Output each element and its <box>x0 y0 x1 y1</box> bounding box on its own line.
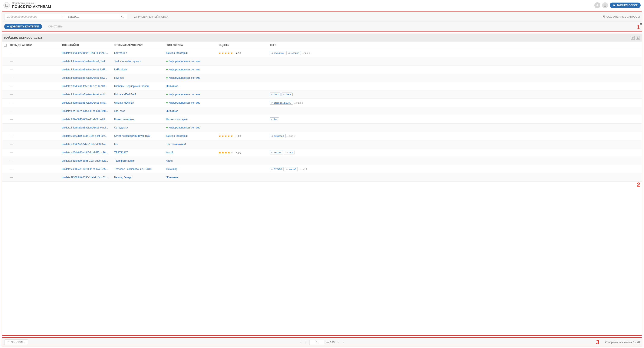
cell-name[interactable]: Гепард, Гепард <box>112 174 164 181</box>
table-row[interactable]: —unidata:986d3c61-fd5f-11ee-a11a-9f8...Г… <box>2 82 642 90</box>
table-row[interactable]: —unidata:d00685a0-54ef-11ef-8d38-87e...t… <box>2 140 642 149</box>
cell-extid[interactable]: unidata:4a9024c0-3150-11ef-92a3-7f5... <box>60 166 112 173</box>
cell-name[interactable]: new_test <box>112 74 164 81</box>
row-checkbox[interactable] <box>2 51 8 55</box>
col-tags[interactable]: ТЕГИ <box>268 41 642 49</box>
tag[interactable]: 🏷fav <box>270 117 279 121</box>
row-checkbox[interactable] <box>2 59 8 63</box>
row-checkbox[interactable] <box>2 101 8 105</box>
tag[interactable]: 🏷ываываываыв... <box>270 101 293 105</box>
table-row[interactable]: —unidata:InformationSystemAsset_unid...U… <box>2 99 642 107</box>
search-input[interactable] <box>66 14 121 19</box>
tag[interactable]: 🏷тег253 <box>270 151 283 155</box>
cell-extid[interactable]: unidata:InformationSystemAsset_unid... <box>60 91 112 98</box>
row-checkbox[interactable] <box>2 67 8 72</box>
table-row[interactable]: —unidata:eec7167e-6abe-11ef-a082-9f8...a… <box>2 107 642 115</box>
cell-name[interactable]: Контрагент <box>112 49 164 57</box>
cell-extid[interactable]: unidata:InformationSystemAsset_Test... <box>60 58 112 65</box>
col-extid[interactable]: ВНЕШНИЙ ID <box>60 41 113 49</box>
document-button[interactable] <box>602 2 608 8</box>
refresh-button[interactable]: ОБНОВИТЬ <box>4 340 28 345</box>
cell-extid[interactable]: unidata:InformationSystemAsset_new... <box>60 74 112 81</box>
advanced-search-link[interactable]: РАСШИРЕННЫЙ ПОИСК <box>134 15 168 18</box>
row-checkbox[interactable] <box>2 134 8 138</box>
cell-type[interactable]: Data map <box>164 166 217 173</box>
cell-type[interactable]: Животное <box>164 174 217 181</box>
table-row[interactable]: —unidata:InformationSystemAsset_unid...U… <box>2 90 642 99</box>
tag[interactable]: 🏷новый <box>285 167 298 171</box>
table-row[interactable]: —unidata:861fede0-3885-11ef-8dde-ff0a...… <box>2 157 642 165</box>
clear-button[interactable]: ОЧИСТИТЬ <box>46 24 64 29</box>
columns-icon[interactable] <box>636 36 640 39</box>
asset-type-select[interactable]: Выберите тип актива <box>4 14 66 20</box>
cell-type[interactable]: test11 <box>164 149 217 156</box>
prev-page-button[interactable]: ‹ <box>304 340 307 345</box>
table-row[interactable]: —unidata:35669f10-613a-11ef-b44f-39e...О… <box>2 132 642 140</box>
cell-name[interactable]: Сотрудники <box>112 124 164 131</box>
cell-name[interactable]: Твои фотографии <box>112 157 164 165</box>
tag[interactable]: 🏷физлицо <box>270 51 285 55</box>
cell-extid[interactable]: unidata:a064a990-4d87-11ef-8f51-c36... <box>60 149 112 156</box>
cell-name[interactable]: Номер телефона <box>112 116 164 123</box>
col-name[interactable]: ОТОБРАЖАЕМОЕ ИМЯ <box>113 41 165 49</box>
cell-name[interactable]: Test information system <box>112 58 164 65</box>
tag[interactable]: 🏷1квартал <box>270 134 286 138</box>
saved-queries-link[interactable]: СОХРАНЕННЫЕ ЗАПРОСЫ <box>602 15 640 18</box>
add-criteria-button[interactable]: + ДОБАВИТЬ КРИТЕРИЙ <box>4 24 42 29</box>
tag[interactable]: 🏷тег1 <box>284 151 294 155</box>
col-type[interactable]: ТИП АКТИВА <box>165 41 217 49</box>
cell-type[interactable]: Информационная система <box>164 124 217 131</box>
table-row[interactable]: —unidata:InformationSystemAsset_new...ne… <box>2 74 642 82</box>
table-row[interactable]: —unidata:InformationSystemAsset_empl...С… <box>2 124 642 132</box>
page-input[interactable] <box>310 340 324 345</box>
business-search-button[interactable]: БИЗНЕС-ПОИСК <box>610 2 640 8</box>
row-checkbox[interactable] <box>2 76 8 80</box>
tag[interactable]: 🏷юрлицо <box>286 51 301 55</box>
table-row[interactable]: —unidata:f93683b0-2350-11ef-9144-c52...Г… <box>2 173 642 182</box>
cell-name[interactable]: Тестовое наименование, 12313 <box>112 166 164 173</box>
tag[interactable]: 🏷Теги <box>282 93 292 96</box>
row-checkbox[interactable] <box>2 167 8 171</box>
cell-extid[interactable]: unidata:986d3c61-fd5f-11ee-a11a-9f8... <box>60 83 112 90</box>
table-row[interactable]: —unidata:InformationSystemAsset_forFi...… <box>2 65 642 74</box>
cell-extid[interactable]: unidata:59532970-859f-11ed-8ecf-217... <box>60 49 112 57</box>
more-tags[interactable]: ...ещё 1 <box>299 168 307 171</box>
row-checkbox[interactable] <box>2 126 8 130</box>
cell-type[interactable]: Тестовый актив1 <box>164 141 217 148</box>
cell-extid[interactable]: unidata:f93683b0-2350-11ef-9144-c52... <box>60 174 112 181</box>
cell-name[interactable]: test <box>112 141 164 148</box>
cell-type[interactable]: Животное <box>164 107 217 115</box>
table-row[interactable]: —unidata:4a9024c0-3150-11ef-92a3-7f5...Т… <box>2 165 642 173</box>
cell-type[interactable]: Файл <box>164 157 217 165</box>
cell-extid[interactable]: unidata:InformationSystemAsset_empl... <box>60 124 112 131</box>
settings-icon[interactable] <box>631 36 635 39</box>
cell-name[interactable]: Гиббоны, Чернорукий гиббон <box>112 83 164 90</box>
first-page-button[interactable]: « <box>299 340 302 345</box>
cell-name[interactable]: Отчет по прибылям и убыткам <box>112 132 164 140</box>
table-row[interactable]: —unidata:59532970-859f-11ed-8ecf-217...К… <box>2 49 642 57</box>
table-row[interactable]: —unidata:InformationSystemAsset_Test...T… <box>2 57 642 65</box>
cell-name[interactable]: aaa, ssss <box>112 107 164 115</box>
cell-extid[interactable]: unidata:d00685a0-54ef-11ef-8d38-87e... <box>60 141 112 148</box>
row-checkbox[interactable] <box>2 117 8 122</box>
cell-extid[interactable]: unidata:861fede0-3885-11ef-8dde-ff0a... <box>60 157 112 165</box>
tag[interactable]: 🏷123456 <box>270 167 284 171</box>
row-checkbox[interactable] <box>2 92 8 97</box>
row-checkbox[interactable] <box>2 84 8 88</box>
cell-type[interactable]: Информационная система <box>164 66 217 73</box>
more-tags[interactable]: ...ещё 4 <box>294 101 303 104</box>
more-tags[interactable]: ...ещё 2 <box>302 52 310 54</box>
cell-type[interactable]: Информационная система <box>164 74 217 81</box>
add-button[interactable] <box>594 2 600 8</box>
cell-extid[interactable]: unidata:35669f10-613a-11ef-b44f-39e... <box>60 132 112 140</box>
cell-extid[interactable]: unidata:InformationSystemAsset_forFi... <box>60 66 112 73</box>
cell-name[interactable]: forFixModel <box>112 66 164 73</box>
cell-extid[interactable]: unidata:InformationSystemAsset_unid... <box>60 99 112 106</box>
cell-type[interactable]: Бизнес-глоссарий <box>164 116 217 123</box>
records-range[interactable]: 1 - 20 <box>633 341 640 344</box>
row-checkbox[interactable] <box>2 159 8 163</box>
search-button[interactable] <box>121 14 128 19</box>
cell-type[interactable]: Животное <box>164 83 217 90</box>
row-checkbox[interactable] <box>2 142 8 146</box>
select-all-checkbox[interactable] <box>2 41 8 49</box>
